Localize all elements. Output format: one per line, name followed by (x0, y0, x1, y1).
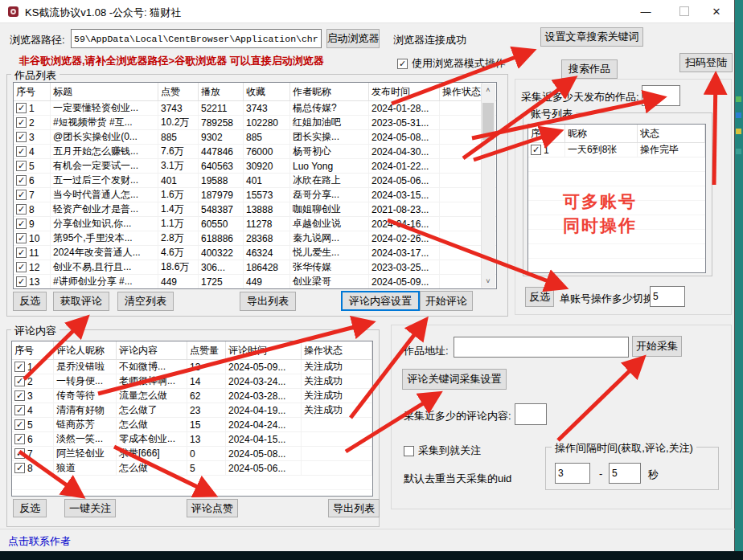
row-checkbox[interactable]: ✓ (16, 190, 27, 200)
table-row[interactable]: ✓8轻资产创业才是普...1.4万54838713888咖姐聊创业2021-08… (14, 202, 496, 217)
comments-export-button[interactable]: 导出列表 (328, 499, 380, 517)
column-header[interactable]: 状态 (638, 125, 705, 142)
row-checkbox[interactable]: ✓ (16, 204, 27, 215)
column-header[interactable]: 点赞量 (187, 341, 226, 359)
works-invert-button[interactable]: 反选 (13, 292, 47, 311)
table-row[interactable]: ✓4五月开始怎么赚钱...7.6万44784676000杨哥初心2024-04-… (14, 145, 496, 159)
column-header[interactable]: 发布时间 (369, 83, 440, 100)
row-checkbox[interactable]: ✓ (14, 463, 25, 473)
close-button[interactable]: ✕ (701, 0, 732, 22)
table-row[interactable]: ✓1是乔没错啦不如微博...132024-05-09...关注成功 (12, 360, 372, 374)
follow-all-button[interactable]: 一键关注 (64, 499, 116, 517)
table-row[interactable]: ✓3@团长实操创业(0...8859302885团长实操...2024-05-0… (14, 130, 496, 145)
column-header[interactable]: 昵称 (565, 125, 638, 142)
checkbox-checked-icon[interactable]: ✓ (397, 59, 408, 69)
row-checkbox[interactable]: ✓ (14, 419, 25, 430)
get-comments-button[interactable]: 获取评论 (53, 292, 109, 311)
table-row[interactable]: ✓6淡然一笑...零成本创业...132024-04-15... (12, 432, 372, 447)
comments-invert-button[interactable]: 反选 (13, 499, 47, 517)
scrollbar-up-icon[interactable]: ˄ (482, 84, 495, 96)
minimize-button[interactable]: — (630, 0, 661, 22)
table-row[interactable]: ✓9分享创业知识,你...1.1万6055011278卓越创业说2024-04-… (14, 217, 496, 231)
column-header[interactable]: 评论人昵称 (54, 341, 117, 359)
column-header[interactable]: 收藏 (244, 83, 290, 100)
column-header[interactable]: 序号 (12, 341, 54, 359)
row-checkbox[interactable]: ✓ (16, 161, 27, 171)
table-row[interactable]: ✓10第95个,手里没本...2.8万61888628368秦九说网...202… (14, 231, 496, 246)
table-row[interactable]: ✓4清清有好物怎么做了232024-04-19...关注成功 (12, 403, 372, 418)
browser-mode-checkbox[interactable]: ✓ 使用浏览器模式操作 (397, 56, 506, 71)
row-checkbox[interactable]: ✓ (14, 390, 25, 401)
row-checkbox[interactable]: ✓ (16, 276, 27, 287)
keyword-collect-settings-button[interactable]: 评论关键词采集设置 (402, 369, 507, 390)
scrollbar-thumb[interactable] (482, 103, 494, 140)
column-header[interactable]: 序号 (528, 125, 565, 142)
collect-days-input[interactable] (642, 85, 680, 106)
table-row[interactable]: ✓112024年改变普通人...4.6万40032246324悦儿爱生...20… (14, 246, 496, 260)
cell-date: 2024-02-26... (369, 231, 440, 245)
follow-on-collect-checkbox[interactable]: 采集到就关注 (404, 444, 481, 458)
table-row[interactable]: ✓5链商苏芳怎么做152024-04-24... (12, 418, 372, 432)
row-checkbox[interactable]: ✓ (14, 448, 25, 459)
table-row[interactable]: ✓7当今时代普通人怎...1.6万18797915573磊哥分享...2024-… (14, 188, 496, 202)
account-switch-input[interactable] (650, 286, 685, 307)
launch-browser-button[interactable]: 启动浏览器 (326, 29, 380, 48)
table-row[interactable]: ✓2#短视频带货 #互...10.2万789258102280红姐加油吧2023… (14, 116, 496, 130)
row-checkbox[interactable]: ✓ (531, 145, 541, 155)
clear-list-button[interactable]: 清空列表 (117, 292, 174, 311)
row-checkbox[interactable]: ✓ (16, 175, 27, 186)
cell-no: ✓5 (12, 418, 54, 431)
table-row[interactable]: ✓13#讲师创业分享 #...4491725449创业梁哥2024-05-09.… (14, 275, 496, 289)
table-row[interactable]: ✓1一天6到8张操作完毕 (528, 143, 705, 157)
column-header[interactable]: 标题 (51, 83, 158, 100)
cell-time: 2024-05-09... (226, 360, 302, 374)
table-row[interactable]: ✓12创业不易,且行且...18.6万306...186428张华传媒2023-… (14, 260, 496, 275)
table-row[interactable]: ✓1一定要懂轻资创业...3743522113743楊总传媒?2024-01-2… (14, 101, 496, 116)
comment-like-button[interactable]: 评论点赞 (187, 499, 238, 517)
search-works-button[interactable]: 搜索作品 (561, 59, 618, 79)
browser-path-input[interactable] (71, 29, 322, 48)
row-checkbox[interactable]: ✓ (16, 233, 27, 243)
table-row[interactable]: ✓5有机会一定要试一...3.1万64056330920Luo Yong2024… (14, 159, 496, 174)
row-checkbox[interactable]: ✓ (14, 434, 25, 444)
set-article-keywords-button[interactable]: 设置文章搜索关键词 (540, 27, 643, 47)
column-header[interactable]: 点赞 (158, 83, 199, 100)
start-collect-button[interactable]: 开始采集 (632, 336, 682, 357)
works-scrollbar[interactable]: ˄ ˅ (481, 84, 495, 288)
column-header[interactable]: 评论内容 (117, 341, 187, 359)
row-checkbox[interactable]: ✓ (16, 247, 27, 258)
work-url-input[interactable] (454, 337, 629, 358)
row-checkbox[interactable]: ✓ (16, 103, 27, 113)
column-header[interactable]: 操作状态 (440, 83, 482, 100)
row-checkbox[interactable]: ✓ (14, 376, 25, 386)
table-row[interactable]: ✓3传奇等待流量怎么做622024-03-28...关注成功 (12, 389, 372, 403)
table-row[interactable]: ✓7阿兰轻创业求带[666]02024-05-08... (12, 447, 372, 461)
interval-max-input[interactable] (609, 463, 641, 484)
row-checkbox[interactable]: ✓ (16, 219, 27, 229)
table-row[interactable]: ✓2一转身便...老师很棒啊...142024-03-24...关注成功 (12, 374, 372, 389)
maximize-button[interactable] (669, 0, 700, 22)
table-row[interactable]: ✓6五一过后三个发财...40119588401冰欣在路上2024-05-06.… (14, 174, 496, 188)
column-header[interactable]: 评论时间 (226, 341, 302, 359)
row-checkbox[interactable]: ✓ (14, 405, 25, 415)
row-checkbox[interactable]: ✓ (16, 262, 27, 272)
row-checkbox[interactable]: ✓ (16, 146, 27, 157)
accounts-invert-button[interactable]: 反选 (525, 287, 554, 307)
row-checkbox[interactable]: ✓ (16, 132, 27, 142)
table-row[interactable]: ✓8狼道怎么做52024-05-06... (12, 461, 372, 476)
column-header[interactable]: 播放 (199, 83, 244, 100)
row-checkbox[interactable]: ✓ (14, 362, 25, 372)
start-comment-button[interactable]: 开始评论 (420, 291, 473, 311)
column-header[interactable]: 操作状态 (302, 341, 372, 359)
column-header[interactable]: 序号 (14, 83, 51, 100)
interval-min-input[interactable] (555, 463, 590, 484)
row-checkbox[interactable]: ✓ (16, 117, 27, 128)
contact-author-link[interactable]: 点击联系作者 (8, 534, 71, 549)
checkbox-unchecked-icon[interactable] (404, 446, 414, 456)
comment-count-input[interactable] (515, 403, 547, 425)
works-export-button[interactable]: 导出列表 (240, 292, 296, 311)
scan-login-button[interactable]: 扫码登陆 (679, 53, 733, 72)
scrollbar-down-icon[interactable]: ˅ (482, 275, 495, 288)
comment-settings-button[interactable]: 评论内容设置 (341, 291, 420, 311)
column-header[interactable]: 作者昵称 (290, 83, 369, 100)
